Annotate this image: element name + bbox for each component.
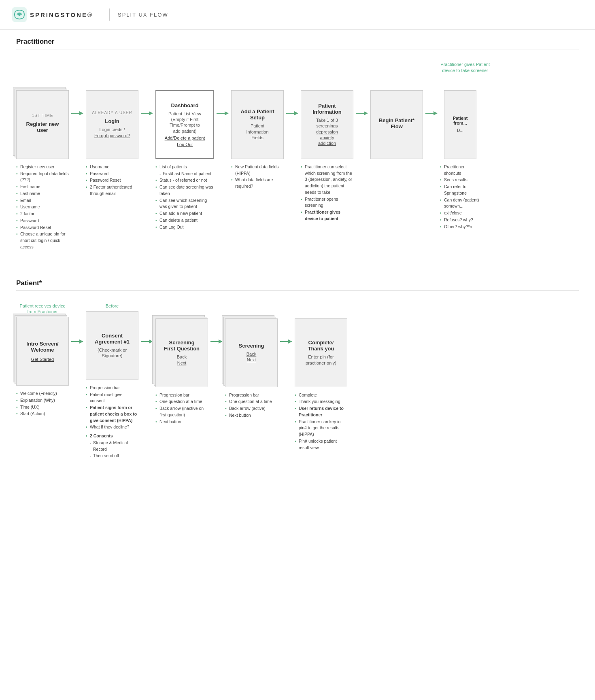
logo-text: SPRINGSTONE® [30, 11, 93, 18]
arrow-5 [353, 75, 370, 117]
login-subtitle: Login creds /Forgot password? [94, 127, 130, 138]
login-bullets: Username Password Password Reset 2 Facto… [86, 164, 138, 197]
app-header: SPRINGSTONE® SPLIT UX FLOW [0, 0, 595, 30]
intro-card: Intro Screen/Welcome Get Started [16, 317, 69, 386]
svg-marker-3 [79, 111, 83, 115]
practitioner-section: Practitioner Practitioner gives Patientd… [0, 30, 595, 263]
bullet: Choose a unique pin for short cut login … [16, 231, 69, 250]
patient-from-bullets: Practitoner shortcuts Sees results Can r… [440, 164, 480, 231]
patient-flow-row: Patient receives devicefrom Practioner I… [16, 303, 579, 460]
arrow-2 [138, 75, 155, 117]
anxiety-link[interactable]: anxiety [320, 135, 334, 140]
bullet: Back arrow (inactive on first question) [155, 405, 208, 418]
patient-info-card: PatientInformation Take 1 of 3screenings… [301, 90, 353, 159]
bullet: Practitoner opens screening [301, 196, 353, 209]
bullet: List of patients [155, 164, 214, 170]
bullet: Can see which screening was given to pat… [155, 197, 214, 210]
login-card: ALREADY A USER Login Login creds /Forgot… [86, 90, 138, 159]
next-button-first[interactable]: Next [177, 361, 187, 365]
bullet: Sees results [440, 177, 480, 183]
add-delete-link[interactable]: Add/Delete a patient [165, 136, 205, 140]
bullet: Next button [225, 412, 278, 419]
screening-stack: Screening Back Next [225, 318, 278, 387]
svg-point-1 [18, 13, 21, 16]
screening-title: Screening [239, 343, 264, 349]
consent-title: ConsentAgreement #1 [95, 333, 130, 345]
forgot-password-link[interactable]: Forgot password? [94, 133, 130, 138]
bullet: Last name [16, 191, 69, 197]
flow-item-register: 1ST TIME Register newuser Register new u… [16, 75, 69, 251]
consent-annotation: Before [106, 303, 119, 309]
bullet: User returns device to Practitioner [295, 405, 347, 418]
bullet: Patient must give consent [86, 392, 138, 405]
register-bullets: Register new user Required Input data fi… [16, 164, 69, 251]
bullet: Refuses? why? [440, 217, 480, 223]
bullet: Practitioner gives device to patient [301, 209, 353, 222]
register-card-wrapper: 1ST TIME Register newuser [16, 75, 69, 159]
flow-item-patient-info: PatientInformation Take 1 of 3screenings… [301, 75, 353, 223]
bullet: Can Log Out [155, 224, 214, 231]
header-divider [109, 8, 110, 21]
svg-marker-11 [364, 111, 368, 115]
back-button[interactable]: Back [246, 352, 256, 356]
arrow-4 [284, 75, 301, 117]
screening-first-subtitle: BackNext [177, 354, 187, 366]
complete-card: Complete/Thank you Enter pin (forpractio… [295, 318, 347, 387]
screening-first-card-wrapper: ScreeningFirst Question BackNext [155, 303, 208, 387]
bullet: Start (Action) [16, 411, 69, 417]
patient-arrow-4 [278, 303, 295, 346]
practitioner-divider [16, 49, 579, 49]
flow-item-patient-from: Patientfrom... D... Practitoner shortcut… [440, 75, 480, 231]
bullet: Register new user [16, 164, 69, 170]
complete-bullets: Complete Thank you messaging User return… [295, 392, 347, 452]
dashboard-card-wrapper: Dashboard Patient List View(Empty if Fir… [155, 75, 214, 159]
screening-first-bullets: Progression bar One question at a time B… [155, 392, 208, 426]
dashboard-bullets: List of patients First/Last Name of pati… [155, 164, 214, 231]
bullet: Username [86, 164, 138, 170]
screening-first-title: ScreeningFirst Question [164, 339, 200, 352]
dashboard-subtitle: Patient List View(Empty if FirstTime/Pro… [168, 111, 201, 134]
addiction-link[interactable]: addiction [318, 141, 336, 146]
flow-item-screening: Screening Back Next Progression bar One … [225, 303, 278, 419]
bullet: Can see date screening was taken [155, 184, 214, 197]
bullet: Practitioner can select which screening … [301, 164, 353, 196]
patient-arrow-1 [69, 303, 86, 346]
bullet: Progression bar [86, 385, 138, 391]
patient-from-card: Patientfrom... D... [444, 90, 476, 159]
bullet: exit/close [440, 210, 480, 216]
intro-title: Intro Screen/Welcome [26, 341, 58, 353]
svg-marker-5 [149, 111, 153, 115]
bullet: Username [16, 204, 69, 210]
bullet: One question at a time [225, 399, 278, 405]
header-subtitle: SPLIT UX FLOW [118, 12, 168, 18]
add-patient-card-wrapper: Add a PatientSetup PatientInformationFie… [231, 75, 284, 159]
next-button[interactable]: Next [247, 357, 256, 362]
bullet: Password [86, 171, 138, 177]
arrow-1 [69, 75, 86, 117]
patient-info-title: PatientInformation [312, 103, 342, 115]
patient-info-card-wrapper: PatientInformation Take 1 of 3screenings… [301, 75, 353, 159]
intro-bullets: Welcome (Friendly) Explanation (Why) Tim… [16, 390, 69, 418]
register-card: 1ST TIME Register newuser [16, 90, 69, 159]
bullet: One question at a time [155, 399, 208, 405]
bullet: Password Reset [86, 177, 138, 184]
patient-info-bullets: Practitioner can select which screening … [301, 164, 353, 223]
bullet: Can refer to Springstone [440, 184, 480, 197]
logo: SPRINGSTONE® [12, 7, 93, 22]
flow-item-login: ALREADY A USER Login Login creds /Forgot… [86, 75, 138, 197]
bullet: Can deny (patient) somewh... [440, 197, 480, 210]
depression-link[interactable]: depression [316, 129, 338, 134]
bullet: Next button [155, 419, 208, 425]
complete-subtitle: Enter pin (forpractioner only) [306, 354, 336, 366]
bullet: Progression bar [225, 392, 278, 399]
begin-patient-title: Begin Patient*Flow [379, 117, 414, 129]
logout-link[interactable]: Log Out [177, 142, 193, 147]
flow-item-begin-patient: Begin Patient*Flow [370, 75, 423, 164]
screening-card-wrapper: Screening Back Next [225, 303, 278, 387]
bullet: Time (UX) [16, 404, 69, 411]
bullet: 2 Factor authenticated through email [86, 184, 138, 197]
practitioner-flow-row: 1ST TIME Register newuser Register new u… [16, 75, 579, 251]
screening-bullets: Progression bar One question at a time B… [225, 392, 278, 419]
bullet: Explanation (Why) [16, 397, 69, 404]
get-started-link[interactable]: Get Started [31, 357, 54, 362]
